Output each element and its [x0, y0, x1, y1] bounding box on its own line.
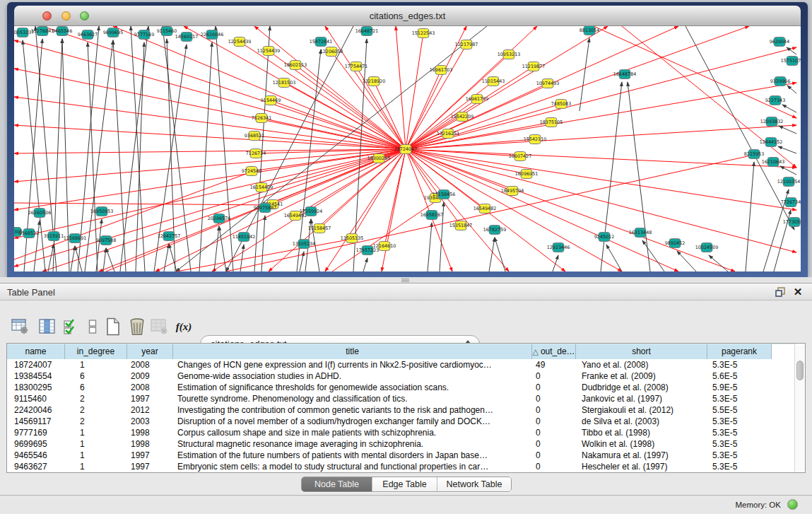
graph-node[interactable]: 15472841 — [310, 37, 333, 47]
graph-node[interactable]: 9154469 — [261, 96, 281, 105]
table-row[interactable]: 977716911998Corpus callosum shape and si… — [7, 427, 805, 438]
new-file-icon[interactable] — [103, 317, 123, 337]
vertical-scrollbar[interactable] — [794, 344, 805, 472]
graph-node[interactable]: 13218920 — [363, 77, 386, 86]
table-row[interactable]: 969969511998Structural magnetic resonanc… — [7, 438, 805, 450]
graph-node-label: 15158456 — [433, 192, 456, 197]
table-row[interactable]: 2242004622012Investigating the contribut… — [7, 404, 805, 416]
graph-node[interactable]: 9245012 — [594, 233, 614, 242]
graph-node[interactable]: 22420046 — [201, 30, 224, 40]
graph-node[interactable]: 17957223 — [356, 246, 379, 255]
graph-node[interactable]: 12942757 — [158, 232, 181, 241]
graph-node[interactable]: 15351847 — [449, 221, 473, 230]
table-row[interactable]: 1938455462009Genome-wide association stu… — [7, 370, 805, 382]
close-panel-icon[interactable]: ✕ — [792, 286, 804, 298]
graph-node[interactable]: 16549482 — [473, 204, 497, 214]
graph-node[interactable]: 12206058 — [320, 47, 343, 57]
graph-node[interactable]: 15158457 — [308, 224, 331, 233]
graph-node[interactable]: 12923446 — [547, 243, 570, 252]
graph-node[interactable]: 16950953 — [90, 207, 114, 216]
trash-icon[interactable] — [127, 317, 147, 337]
table-settings-icon[interactable] — [10, 317, 30, 337]
graph-node[interactable]: 8813054 — [579, 26, 599, 35]
column-header-out_de[interactable]: △out_de… — [532, 344, 576, 359]
graph-node[interactable]: 16648784 — [613, 70, 637, 79]
graph-node[interactable]: 16958167 — [420, 211, 444, 220]
graph-node[interactable]: 8215953 — [744, 150, 764, 159]
column-header-name[interactable]: name — [7, 344, 65, 359]
float-panel-icon[interactable] — [775, 286, 787, 298]
graph-node[interactable]: 9629044 — [770, 37, 789, 47]
graph-node[interactable]: 10953213 — [498, 50, 521, 59]
column-header-in_degree[interactable]: in_degree — [65, 344, 127, 359]
table-row[interactable]: 1872400712008Changes of HCN gene express… — [7, 359, 805, 370]
graph-node[interactable]: 9699695 — [103, 28, 123, 37]
tab-edge-table[interactable]: Edge Table — [372, 477, 437, 491]
graph-node[interactable]: 18300295 — [367, 154, 391, 163]
graph-node[interactable]: 10024509 — [695, 243, 719, 252]
tab-network-table[interactable]: Network Table — [437, 477, 511, 491]
graph-node[interactable]: 11015443 — [482, 77, 505, 86]
graph-node[interactable]: 9465546 — [52, 27, 72, 36]
graph-node[interactable]: 3915911 — [44, 232, 64, 241]
graph-node[interactable]: 11451942 — [233, 233, 256, 242]
graph-node[interactable]: 9463627 — [78, 30, 98, 40]
table-row[interactable]: 946554611997Estimation of the future num… — [7, 450, 805, 461]
graph-node[interactable]: 7126734 — [246, 149, 266, 158]
graph-node[interactable]: 16961799 — [466, 95, 489, 104]
graph-node[interactable]: 17754471 — [345, 62, 368, 71]
graph-node[interactable]: 11219877 — [522, 62, 546, 71]
graph-node[interactable]: 90975887 — [254, 204, 277, 213]
tab-node-table[interactable]: Node Table — [302, 477, 372, 491]
graph-node[interactable]: 12444152 — [760, 138, 783, 147]
graph-node[interactable]: 16961703 — [430, 66, 453, 75]
column-header-title[interactable]: title — [173, 344, 532, 359]
table-row[interactable]: 1456911722003Disruption of a novel membe… — [7, 416, 805, 427]
graph-node[interactable]: 12254439 — [228, 37, 252, 47]
graph-node[interactable]: 11254439 — [257, 47, 281, 56]
rows-icon[interactable] — [83, 317, 102, 337]
graph-node[interactable]: 13505135 — [341, 234, 364, 243]
function-icon[interactable]: f(x) — [174, 317, 194, 337]
graph-node-label: 16950953 — [90, 209, 114, 214]
column-header-short[interactable]: short — [576, 344, 707, 359]
graph-node[interactable]: 16210643 — [762, 158, 785, 167]
graph-node[interactable]: 10974493 — [536, 79, 560, 88]
network-canvas[interactable]: 1872400712254439112544391860211312181503… — [14, 26, 801, 271]
graph-node[interactable]: 15276841 — [31, 27, 54, 36]
column-header-pagerank[interactable]: pagerank — [707, 344, 772, 359]
graph-node[interactable]: 15751074 — [781, 57, 801, 66]
table-row[interactable]: 1830029562008Estimation of significance … — [7, 382, 805, 393]
graph-node[interactable]: 12093832 — [760, 117, 784, 127]
graph-node[interactable]: 16313448 — [629, 228, 652, 238]
graph-node[interactable]: 16782759 — [483, 226, 507, 235]
select-columns-icon[interactable] — [37, 317, 57, 337]
scrollbar-thumb[interactable] — [796, 361, 804, 380]
checklist-icon[interactable] — [61, 317, 81, 337]
column-header-year[interactable]: year — [127, 344, 173, 359]
graph-node[interactable]: 18602113 — [284, 61, 307, 70]
table-row[interactable]: 946362711997Embryonic stem cells: a mode… — [7, 461, 805, 472]
table-row[interactable]: 911546021997Tourette syndrome. Phenomeno… — [7, 393, 805, 404]
table-cell: Tourette syndrome. Phenomenology and cla… — [173, 393, 532, 404]
graph-node[interactable]: 12100354 — [777, 177, 801, 187]
graph-node[interactable]: 10607427 — [509, 152, 532, 161]
network-window-titlebar[interactable]: citations_edges.txt — [14, 6, 801, 26]
graph-node[interactable]: 11568691 — [64, 234, 87, 243]
graph-node[interactable]: 9227343 — [765, 96, 785, 105]
graph-node[interactable]: 16154409 — [250, 183, 273, 192]
graph-node[interactable]: 18495794 — [501, 187, 524, 196]
graph-node[interactable]: 15542110 — [524, 135, 547, 144]
graph-node[interactable]: 12217987 — [455, 40, 478, 49]
divider-grip-icon[interactable] — [401, 279, 409, 282]
graph-node[interactable]: 14569117 — [175, 33, 199, 42]
graph-node[interactable]: 9115460 — [157, 27, 177, 36]
graph-node[interactable]: 26260506 — [28, 209, 52, 218]
graph-node[interactable]: 9777169 — [134, 30, 154, 40]
graph-node[interactable]: 16648721 — [355, 27, 379, 36]
graph-node[interactable]: 17730562 — [783, 218, 801, 227]
table-panel: Table Panel ✕ — [0, 283, 812, 495]
graph-node[interactable]: 9368521 — [245, 132, 264, 141]
graph-node[interactable]: 15122543 — [412, 29, 435, 38]
graph-node[interactable]: 16096951 — [515, 170, 539, 179]
